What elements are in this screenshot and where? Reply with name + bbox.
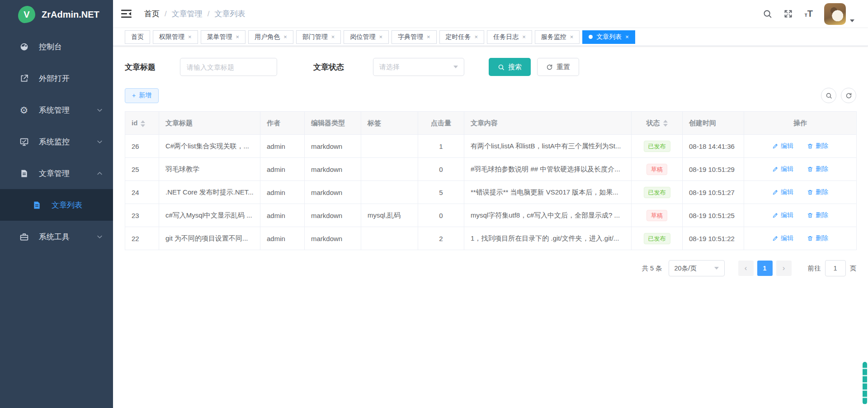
tab-close-icon[interactable]: × [625,34,629,40]
edit-link[interactable]: 编辑 [772,188,793,196]
delete-link[interactable]: 删除 [807,165,828,173]
reset-button[interactable]: 重置 [537,58,579,76]
sidebar-item-系统监控[interactable]: 系统监控 [0,126,113,157]
search-icon [498,64,505,71]
cell-content: #羽毛球拍参数说明 ## 中管软硬选择以及长度介... [464,158,632,181]
tab-close-icon[interactable]: × [475,34,478,40]
page-unit-label: 页 [850,264,857,273]
breadcrumb-separator: / [165,9,167,19]
delete-link[interactable]: 删除 [807,234,828,242]
sidebar-item-控制台[interactable]: 控制台 [0,31,113,62]
cell-title: 羽毛球教学 [159,158,260,181]
edit-link[interactable]: 编辑 [772,142,793,150]
tab-文章列表[interactable]: 文章列表 × [582,30,635,44]
add-button[interactable]: + 新增 [125,88,159,103]
cell-id: 25 [125,158,159,181]
sidebar-item-文章管理[interactable]: 文章管理 [0,157,113,189]
breadcrumb-item: 文章列表 [214,9,245,19]
sort-icon[interactable] [141,120,145,127]
tab-close-icon[interactable]: × [379,34,382,40]
delete-link[interactable]: 删除 [807,211,828,219]
tab-任务日志[interactable]: 任务日志 × [487,30,532,44]
sidebar-item-系统管理[interactable]: ⚙ 系统管理 [0,94,113,126]
tab-菜单管理[interactable]: 菜单管理 × [201,30,246,44]
sidebar-collapse-icon[interactable] [121,9,132,18]
show-search-button[interactable] [821,88,836,103]
status-filter-label: 文章状态 [313,62,344,72]
pencil-icon [772,212,778,218]
tab-close-icon[interactable]: × [522,34,526,40]
sidebar-item-label: 系统管理 [39,105,96,115]
avatar[interactable] [824,3,846,25]
search-icon[interactable] [763,9,772,19]
delete-link[interactable]: 删除 [807,188,828,196]
cell-author: admin [260,204,305,227]
page-size-select[interactable]: 20条/页 [669,260,725,276]
user-menu[interactable] [824,3,854,25]
document-icon [31,199,42,211]
column-header-status[interactable]: 状态 [632,112,683,135]
edit-link[interactable]: 编辑 [772,165,793,173]
current-page-button[interactable]: 1 [757,261,773,276]
sidebar-item-label: 文章列表 [52,200,103,210]
sidebar-item-系统工具[interactable]: 系统工具 [0,221,113,252]
tab-用户角色[interactable]: 用户角色 × [248,30,293,44]
font-size-icon[interactable]: тT [804,9,813,19]
tab-close-icon[interactable]: × [283,34,287,40]
tab-close-icon[interactable]: × [236,34,240,40]
tab-服务监控[interactable]: 服务监控 × [535,30,580,44]
next-page-button[interactable]: › [776,261,792,276]
sidebar-item-label: 系统工具 [39,232,96,242]
cell-tags [361,158,418,181]
tab-label: 岗位管理 [350,33,375,41]
app-logo[interactable]: V ZrAdmin.NET [0,0,113,29]
sidebar-item-外部打开[interactable]: 外部打开 [0,62,113,94]
scrollbar-thumb[interactable] [863,362,867,404]
trash-icon [807,235,813,242]
title-filter-input[interactable] [180,58,277,76]
prev-page-button[interactable]: ‹ [738,261,754,276]
tab-字典管理[interactable]: 字典管理 × [392,30,437,44]
column-header-tags: 标签 [361,112,418,135]
fullscreen-icon[interactable] [783,9,793,19]
breadcrumb-home[interactable]: 首页 [144,9,160,19]
tags-view: 首页 权限管理 × 菜单管理 × 用户角色 × 部门管理 × 岗位管理 × 字典… [113,28,868,46]
column-header-id[interactable]: id [125,112,159,135]
edit-link[interactable]: 编辑 [772,211,793,219]
refresh-icon [546,64,553,71]
trash-icon [807,189,813,195]
edit-link[interactable]: 编辑 [772,234,793,242]
title-filter-label: 文章标题 [125,62,156,72]
cell-tags [361,181,418,204]
sort-icon[interactable] [663,120,668,127]
goto-page-input[interactable] [825,260,846,276]
trash-icon [807,212,813,218]
cell-created: 08-19 10:51:25 [683,204,744,227]
tab-close-icon[interactable]: × [188,34,192,40]
tab-首页[interactable]: 首页 [125,30,150,44]
cell-status: 草稿 [632,204,683,227]
tab-close-icon[interactable]: × [427,34,430,40]
logo-icon: V [18,6,35,23]
tab-权限管理[interactable]: 权限管理 × [153,30,198,44]
tab-close-icon[interactable]: × [331,34,335,40]
status-filter-select[interactable]: 请选择 [373,58,464,76]
status-select-placeholder: 请选择 [379,63,400,71]
toolbox-icon [18,231,30,242]
tab-部门管理[interactable]: 部门管理 × [296,30,341,44]
delete-link[interactable]: 删除 [807,142,828,150]
search-button[interactable]: 搜索 [489,58,531,76]
monitor-icon [18,136,30,147]
refresh-table-button[interactable] [841,88,856,103]
table-row: 22 git 为不同的项目设置不同... admin markdown 2 1，… [125,227,857,250]
articles-table: id 文章标题 作者 编辑器类型 标签 点击量 文章内容 状态 创建时间 操作 … [125,111,857,250]
main-area: 首页 / 文章管理 / 文章列表 [113,0,868,408]
tab-岗位管理[interactable]: 岗位管理 × [344,30,389,44]
sidebar-item-label: 外部打开 [39,73,103,84]
tab-定时任务[interactable]: 定时任务 × [439,30,485,44]
tab-label: 服务监控 [541,33,566,41]
sidebar-item-文章列表[interactable]: 文章列表 [0,189,113,221]
tab-close-icon[interactable]: × [570,34,574,40]
cell-editor: markdown [305,158,361,181]
document-icon [18,167,30,179]
